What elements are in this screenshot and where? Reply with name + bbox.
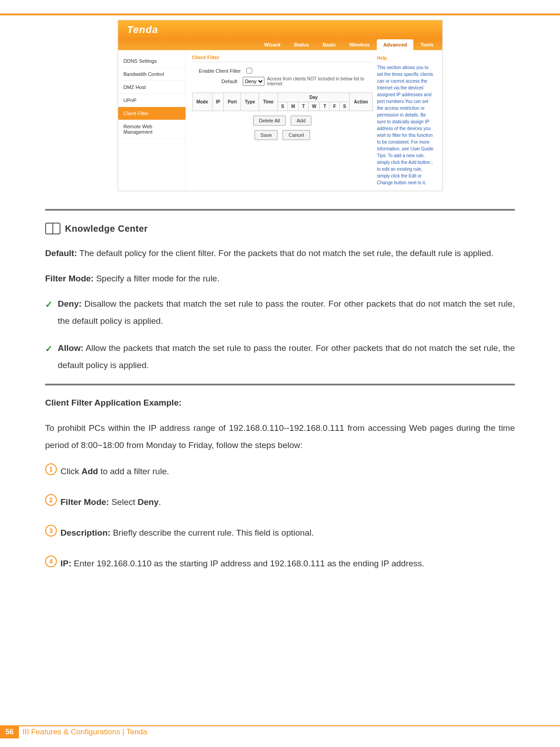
divider-top <box>45 209 515 210</box>
th-day-w: W <box>308 102 320 111</box>
sidebar-item-bandwidth[interactable]: Bandwidth Control <box>118 68 185 81</box>
th-time: Time <box>259 93 278 111</box>
th-day-f: F <box>330 102 340 111</box>
step1-pre: Click <box>60 467 81 476</box>
tab-advanced[interactable]: Advanced <box>377 39 413 50</box>
kc-filtermode-label: Filter Mode: <box>45 274 94 283</box>
cancel-button[interactable]: Cancel <box>282 130 310 140</box>
default-select[interactable]: Deny <box>243 77 264 86</box>
step3-b: Description: <box>60 528 111 537</box>
rules-table: Mode IP Port Type Time Day Action S M T <box>192 93 373 111</box>
default-note: Access from clients NOT included in belo… <box>267 76 373 86</box>
tab-wireless[interactable]: Wireless <box>343 39 376 50</box>
book-icon <box>45 223 60 234</box>
th-day-m: M <box>287 102 298 111</box>
router-header: Tenda <box>118 20 442 39</box>
footer-text: III Features & Configurations | Tenda <box>19 728 147 737</box>
example-title: Client Filter Application Example: <box>45 394 515 411</box>
kc-filtermode-para: Filter Mode: Specify a filter mode for t… <box>45 270 515 287</box>
th-action: Action <box>350 93 372 111</box>
step3-text: Briefly describe the current rule. This … <box>111 528 314 537</box>
th-mode: Mode <box>192 93 212 111</box>
page-footer: 56 III Features & Configurations | Tenda <box>0 725 560 738</box>
step2-post: . <box>159 497 161 507</box>
step2-b2: Deny <box>138 497 158 507</box>
sidebar-item-client-filter[interactable]: Client Filter <box>118 107 185 120</box>
divider-bottom <box>45 384 515 385</box>
th-type: Type <box>241 93 259 111</box>
kc-filtermode-text: Specify a filter mode for the rule. <box>94 274 220 283</box>
kc-deny-item: Deny: Disallow the packets that match th… <box>58 295 515 330</box>
client-filter-form: Client Filter Enable Client Filter Defau… <box>192 55 373 186</box>
help-panel: Help This section allows you to set the … <box>373 55 436 186</box>
sidebar-item-dmz[interactable]: DMZ Host <box>118 81 185 94</box>
kc-deny-label: Deny: <box>58 299 82 308</box>
step2-mid: Select <box>109 497 138 507</box>
kc-default-label: Default: <box>45 248 77 258</box>
step2-b1: Filter Mode: <box>60 497 109 507</box>
kc-deny-text: Disallow the packets that match the set … <box>58 299 515 326</box>
kc-default-para: Default: The default policy for the clie… <box>45 245 515 262</box>
sidebar-item-ddns[interactable]: DDNS Settings <box>118 55 185 68</box>
step1-post: to add a filter rule. <box>98 467 169 476</box>
help-text: This section allows you to set the times… <box>377 64 436 186</box>
th-day-t1: T <box>299 102 309 111</box>
sidebar-item-remote-web[interactable]: Remote Web Management <box>118 120 185 139</box>
page-number: 56 <box>0 726 19 738</box>
th-day-s1: S <box>278 102 287 111</box>
th-day-s2: S <box>339 102 349 111</box>
add-button[interactable]: Add <box>291 116 311 126</box>
tab-wizard[interactable]: Wizard <box>258 39 287 50</box>
kc-allow-text: Allow the packets that match the set rul… <box>58 343 515 370</box>
sidebar-item-upnp[interactable]: UPnP <box>118 94 185 107</box>
save-button[interactable]: Save <box>255 130 278 140</box>
kc-default-text: The default policy for the client filter… <box>77 248 494 258</box>
router-tab-bar: Wizard Status Basic Wireless Advanced To… <box>118 39 442 50</box>
step1-bold: Add <box>81 467 98 476</box>
enable-client-filter-checkbox[interactable] <box>246 68 252 74</box>
kc-allow-label: Allow: <box>58 343 83 353</box>
delete-all-button[interactable]: Delete All <box>253 116 286 126</box>
knowledge-center-title: Knowledge Center <box>65 219 148 238</box>
tab-tools[interactable]: Tools <box>414 39 440 50</box>
help-title: Help <box>377 55 436 61</box>
th-port: Port <box>224 93 241 111</box>
th-day: Day <box>278 93 350 102</box>
step-4: IP: Enter 192.168.0.110 as the starting … <box>60 555 515 572</box>
default-label: Default <box>192 79 243 84</box>
router-admin-panel: Tenda Wizard Status Basic Wireless Advan… <box>118 20 443 191</box>
th-ip: IP <box>212 93 224 111</box>
example-intro: To prohibit PCs within the IP address ra… <box>45 420 515 454</box>
step4-b: IP: <box>60 559 71 568</box>
tab-basic[interactable]: Basic <box>316 39 342 50</box>
enable-client-filter-label: Enable Client Filter <box>192 68 246 74</box>
tab-status[interactable]: Status <box>287 39 315 50</box>
tenda-logo: Tenda <box>127 24 158 36</box>
th-day-t2: T <box>320 102 330 111</box>
kc-allow-item: Allow: Allow the packets that match the … <box>58 340 515 374</box>
step4-text: Enter 192.168.0.110 as the starting IP a… <box>71 559 424 568</box>
panel-title: Client Filter <box>192 55 373 62</box>
step-1: Click Add to add a filter rule. <box>60 463 515 480</box>
step-3: Description: Briefly describe the curren… <box>60 524 515 542</box>
step-2: Filter Mode: Select Deny. <box>60 494 515 511</box>
router-sidebar: DDNS Settings Bandwidth Control DMZ Host… <box>118 50 186 191</box>
